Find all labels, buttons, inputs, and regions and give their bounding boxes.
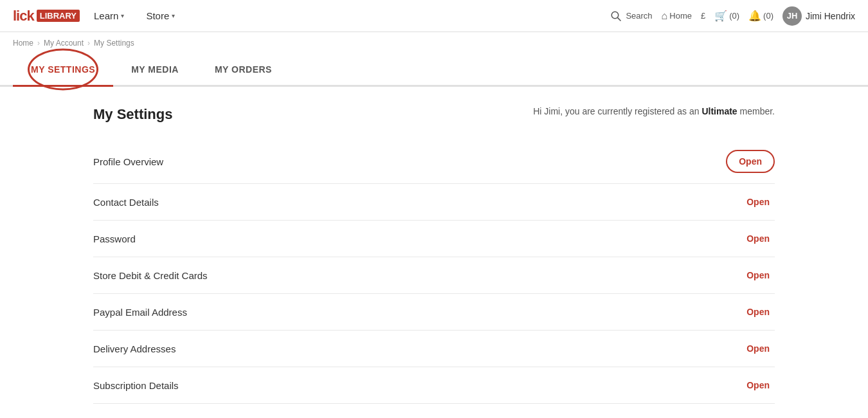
settings-list: Profile OverviewOpenContact DetailsOpenP…: [93, 140, 775, 418]
member-tier: Ultimate: [701, 106, 737, 116]
cart-wrap[interactable]: 🛒 (0): [714, 10, 739, 22]
breadcrumb: Home › My Account › My Settings: [0, 32, 868, 54]
search-label: Search: [626, 11, 652, 21]
search-area[interactable]: Search: [610, 10, 652, 22]
settings-open-button[interactable]: Open: [741, 377, 775, 393]
header: lick LIBRARY Learn ▾ Store ▾ Search ⌂ Ho…: [0, 0, 868, 32]
nav-store-label: Store: [146, 10, 169, 21]
logo-lick-text: lick: [13, 8, 34, 24]
header-right: Search ⌂ Home £ 🛒 (0) 🔔 (0) JH Jimi Hend…: [610, 6, 855, 26]
settings-row: Delivery AddressesOpen: [93, 331, 775, 367]
currency-wrap[interactable]: £: [701, 11, 705, 21]
settings-row-label: Subscription Details: [93, 380, 179, 391]
settings-row: Profile OverviewOpen: [93, 140, 775, 184]
breadcrumb-current: My Settings: [94, 39, 134, 48]
member-notice: Hi Jimi, you are currently registered as…: [533, 106, 775, 116]
notifications-wrap[interactable]: 🔔 (0): [748, 10, 773, 22]
settings-open-button[interactable]: Open: [741, 341, 775, 356]
cart-icon: 🛒: [714, 10, 727, 22]
home-label: Home: [669, 11, 692, 21]
tab-my-settings-label: MY SETTINGS: [31, 64, 95, 75]
tab-my-settings[interactable]: MY SETTINGS: [13, 54, 113, 87]
bell-icon: 🔔: [748, 10, 761, 22]
user-area[interactable]: JH Jimi Hendrix: [782, 6, 855, 26]
avatar-initials: JH: [787, 11, 798, 21]
tab-my-media-label: MY MEDIA: [131, 64, 179, 75]
page-title: My Settings: [93, 106, 172, 123]
nav-learn[interactable]: Learn ▾: [86, 0, 132, 32]
settings-row-label: Profile Overview: [93, 156, 163, 167]
home-icon: ⌂: [662, 10, 668, 22]
settings-open-button[interactable]: Open: [741, 194, 775, 210]
breadcrumb-account[interactable]: My Account: [44, 39, 84, 48]
home-icon-wrap[interactable]: ⌂ Home: [662, 10, 692, 22]
breadcrumb-sep-1: ›: [37, 39, 40, 48]
user-name: Jimi Hendrix: [806, 11, 855, 21]
currency-label: £: [701, 11, 705, 21]
settings-row-label: Contact Details: [93, 197, 159, 208]
settings-row: Contact DetailsOpen: [93, 184, 775, 221]
chevron-down-icon: ▾: [121, 12, 124, 19]
tab-my-orders-label: MY ORDERS: [215, 64, 272, 75]
settings-row-label: Paypal Email Address: [93, 307, 187, 318]
settings-open-button[interactable]: Open: [726, 150, 775, 173]
settings-row: Loyalty PointsOpen: [93, 404, 775, 418]
main-content: My Settings Hi Jimi, you are currently r…: [80, 87, 788, 418]
settings-open-button[interactable]: Open: [741, 268, 775, 283]
settings-row: PasswordOpen: [93, 221, 775, 257]
svg-point-0: [612, 12, 619, 19]
settings-row: Paypal Email AddressOpen: [93, 294, 775, 331]
notifications-count: (0): [763, 11, 773, 21]
tabs-bar: MY SETTINGS MY MEDIA MY ORDERS: [0, 54, 868, 87]
breadcrumb-home[interactable]: Home: [13, 39, 33, 48]
settings-open-button[interactable]: Open: [741, 304, 775, 320]
header-left: lick LIBRARY Learn ▾ Store ▾: [13, 0, 183, 32]
cart-count: (0): [729, 11, 739, 21]
member-notice-prefix: Hi Jimi, you are currently registered as…: [533, 106, 701, 116]
settings-row-label: Store Debit & Credit Cards: [93, 270, 208, 281]
settings-row: Subscription DetailsOpen: [93, 367, 775, 404]
settings-row-label: Password: [93, 233, 136, 244]
logo-library-text: LIBRARY: [37, 10, 80, 22]
settings-row: Store Debit & Credit CardsOpen: [93, 257, 775, 294]
logo[interactable]: lick LIBRARY: [13, 8, 80, 24]
tab-my-orders[interactable]: MY ORDERS: [197, 54, 290, 85]
settings-open-button[interactable]: Open: [741, 414, 775, 418]
nav-learn-label: Learn: [94, 10, 118, 21]
search-icon: [610, 10, 622, 22]
member-notice-suffix: member.: [737, 106, 775, 116]
settings-open-button[interactable]: Open: [741, 231, 775, 246]
svg-line-1: [618, 17, 621, 21]
chevron-down-icon: ▾: [172, 12, 175, 19]
avatar: JH: [782, 6, 802, 26]
tab-my-media[interactable]: MY MEDIA: [113, 54, 197, 85]
nav-store[interactable]: Store ▾: [138, 0, 183, 32]
settings-row-label: Delivery Addresses: [93, 343, 176, 354]
breadcrumb-sep-2: ›: [87, 39, 90, 48]
